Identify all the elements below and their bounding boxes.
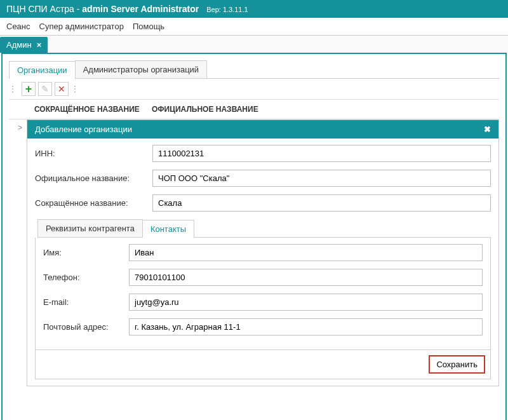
- dialog-close-icon[interactable]: ✖: [484, 125, 491, 134]
- input-full-name[interactable]: [152, 170, 491, 187]
- delete-button[interactable]: ✕: [55, 82, 69, 96]
- input-contact-phone[interactable]: [129, 269, 483, 286]
- label-contact-address: Почтовый адрес:: [43, 322, 129, 332]
- tab-org-admins[interactable]: Администраторы организаций: [75, 60, 208, 78]
- input-short-name[interactable]: [152, 194, 491, 212]
- toolbar-grip2-icon: ⋮: [71, 85, 79, 93]
- tab-organizations[interactable]: Организации: [9, 61, 76, 79]
- tab-admin-label: Админ: [6, 40, 32, 50]
- input-contact-email[interactable]: [129, 294, 483, 311]
- menu-bar: Сеанс Супер администратор Помощь: [0, 18, 508, 36]
- label-contact-email: E-mail:: [43, 297, 129, 307]
- tab-admin[interactable]: Админ ×: [0, 37, 48, 53]
- input-inn[interactable]: [152, 145, 491, 162]
- version-label: Вер:: [206, 6, 221, 13]
- plus-icon: +: [25, 83, 32, 95]
- input-contact-name[interactable]: [129, 244, 483, 261]
- content-frame: Организации Администраторы организаций ⋮…: [1, 53, 507, 420]
- subtab-contacts[interactable]: Контакты: [142, 220, 194, 238]
- row-expander-icon[interactable]: >: [18, 123, 22, 132]
- dialog-body: ИНН: Официальное название: Сокращённое н…: [27, 139, 498, 386]
- label-full-name: Официальное название:: [35, 173, 152, 183]
- app-name-bold: admin Server Administrator: [82, 4, 199, 14]
- label-contact-name: Имя:: [43, 248, 129, 257]
- input-contact-address[interactable]: [129, 318, 483, 335]
- dialog-sub-tabs: Реквизиты контрагента Контакты: [37, 219, 491, 238]
- inner-tabs: Организации Администраторы организаций: [9, 60, 499, 79]
- pencil-icon: ✎: [41, 85, 49, 93]
- menu-help[interactable]: Помощь: [133, 22, 164, 31]
- x-icon: ✕: [58, 85, 65, 93]
- toolbar-grip-icon: ⋮: [9, 85, 17, 93]
- contacts-panel: Имя: Телефон: E-mail: Почтовый адрес:: [35, 238, 491, 350]
- dialog-footer: Сохранить: [35, 350, 491, 379]
- version-value: 1.3.11.1: [223, 6, 248, 13]
- menu-superadmin[interactable]: Супер администратор: [39, 22, 124, 31]
- app-name-prefix: ПЦН СПИ Астра -: [6, 4, 79, 14]
- subtab-requisites[interactable]: Реквизиты контрагента: [37, 219, 143, 237]
- grid-header: СОКРАЩЁННОЕ НАЗВАНИЕ ОФИЦИАЛЬНОЕ НАЗВАНИ…: [9, 100, 499, 119]
- add-button[interactable]: +: [22, 82, 36, 96]
- menu-session[interactable]: Сеанс: [6, 22, 30, 31]
- column-full-name[interactable]: ОФИЦИАЛЬНОЕ НАЗВАНИЕ: [152, 105, 258, 114]
- edit-button[interactable]: ✎: [38, 82, 52, 96]
- dialog-add-org: Добавление организации ✖ ИНН: Официально…: [27, 119, 499, 386]
- label-inn: ИНН:: [35, 149, 152, 158]
- close-icon[interactable]: ×: [37, 40, 42, 50]
- title-bar: ПЦН СПИ Астра - admin Server Administrat…: [0, 0, 508, 18]
- dialog-title-bar: Добавление организации ✖: [27, 120, 498, 139]
- main-tab-strip: Админ ×: [0, 36, 508, 53]
- toolbar: ⋮ + ✎ ✕ ⋮: [9, 79, 499, 100]
- label-contact-phone: Телефон:: [43, 273, 129, 282]
- dialog-title: Добавление организации: [35, 125, 132, 134]
- column-short-name[interactable]: СОКРАЩЁННОЕ НАЗВАНИЕ: [34, 105, 152, 114]
- label-short-name: Сокращённое название:: [35, 198, 152, 208]
- save-button[interactable]: Сохранить: [429, 355, 485, 374]
